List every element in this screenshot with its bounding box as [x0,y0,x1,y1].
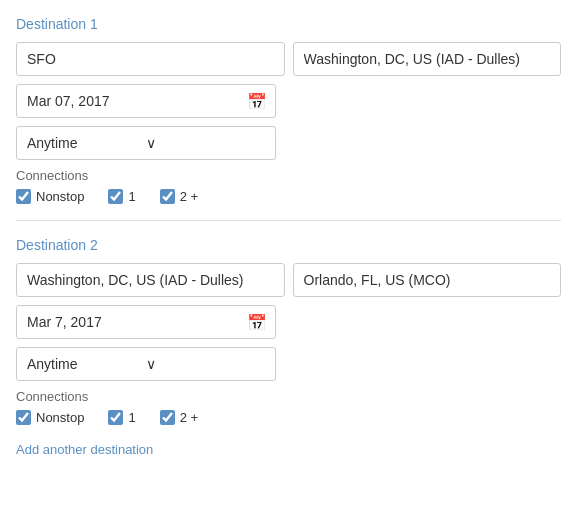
nonstop-1-checkbox-item[interactable]: Nonstop [16,189,84,204]
one-stop-2-checkbox[interactable] [108,410,123,425]
add-destination-button[interactable]: Add another destination [16,442,153,457]
destination-2-date-wrapper[interactable]: 📅 [16,305,276,339]
destination-1-time-select[interactable]: Anytime ∨ [16,126,276,160]
two-plus-1-checkbox-item[interactable]: 2 + [160,189,198,204]
two-plus-2-checkbox[interactable] [160,410,175,425]
destination-2-date-row: 📅 [16,305,561,339]
nonstop-2-checkbox-item[interactable]: Nonstop [16,410,84,425]
connections-2-row: Nonstop 1 2 + [16,410,561,425]
connections-1-row: Nonstop 1 2 + [16,189,561,204]
destination-1-time-row: Anytime ∨ [16,126,561,160]
nonstop-2-label: Nonstop [36,410,84,425]
section-divider [16,220,561,221]
one-stop-1-checkbox-item[interactable]: 1 [108,189,135,204]
destination-2-title: Destination 2 [16,237,561,253]
destination-1-date-input[interactable] [17,85,239,117]
chevron-down-icon-2: ∨ [146,356,265,372]
origin-1-input[interactable] [16,42,285,76]
destination-2-time-select[interactable]: Anytime ∨ [16,347,276,381]
chevron-down-icon-1: ∨ [146,135,265,151]
destination-1-section: Destination 1 📅 Anytime ∨ Connections No… [16,16,561,204]
nonstop-1-checkbox[interactable] [16,189,31,204]
two-plus-1-label: 2 + [180,189,198,204]
origin-2-input[interactable] [16,263,285,297]
destination-2-time-value: Anytime [27,356,146,372]
destination-2-section: Destination 2 📅 Anytime ∨ Connections No… [16,237,561,425]
destination-1-title: Destination 1 [16,16,561,32]
destination-1-date-wrapper[interactable]: 📅 [16,84,276,118]
two-plus-2-checkbox-item[interactable]: 2 + [160,410,198,425]
one-stop-1-checkbox[interactable] [108,189,123,204]
nonstop-1-label: Nonstop [36,189,84,204]
calendar-1-icon[interactable]: 📅 [239,92,275,111]
two-plus-1-checkbox[interactable] [160,189,175,204]
destination-1-date-row: 📅 [16,84,561,118]
one-stop-2-label: 1 [128,410,135,425]
calendar-2-icon[interactable]: 📅 [239,313,275,332]
one-stop-1-label: 1 [128,189,135,204]
destination-2-time-row: Anytime ∨ [16,347,561,381]
destination-2-date-input[interactable] [17,306,239,338]
destination-2-airports-row [16,263,561,297]
destination-1-time-value: Anytime [27,135,146,151]
connections-2-label: Connections [16,389,561,404]
connections-1-label: Connections [16,168,561,183]
one-stop-2-checkbox-item[interactable]: 1 [108,410,135,425]
destination-1-input[interactable] [293,42,562,76]
destination-2-input[interactable] [293,263,562,297]
destination-1-airports-row [16,42,561,76]
nonstop-2-checkbox[interactable] [16,410,31,425]
two-plus-2-label: 2 + [180,410,198,425]
